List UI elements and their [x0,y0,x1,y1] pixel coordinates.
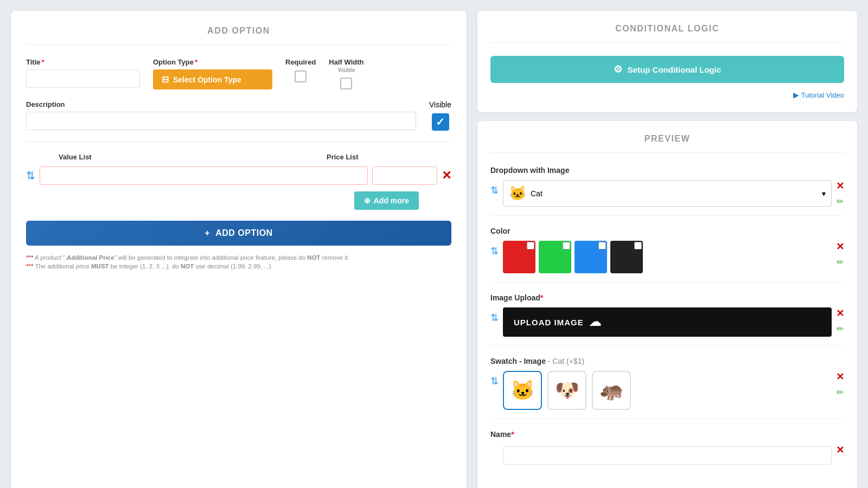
required-group: Required [285,58,316,82]
delete-row-button[interactable]: ✕ [442,170,451,182]
swatch-blue-check [598,242,606,249]
visible-label: Visible [429,100,451,109]
dropdown-selected-value: Cat [531,189,542,198]
name-actions: ✕ [836,444,844,456]
color-swatches [503,241,832,273]
preview-color-section: Color ⇅ [490,227,844,282]
swatch-image-actions: ✕ ✏ [836,371,844,397]
cat-emoji: 🐱 [509,185,526,202]
swatch-image-delete-button[interactable]: ✕ [836,371,844,383]
option-type-icon: ⊟ [162,74,169,85]
swatch-hippo[interactable]: 🦛 [592,371,631,410]
add-option-button[interactable]: + ADD OPTION [26,221,451,246]
required-label: Required [285,58,316,66]
swatch-cat[interactable]: 🐱 [503,371,542,410]
price-input[interactable] [372,166,437,185]
image-upload-delete-button[interactable]: ✕ [836,307,844,319]
panel-title: ADD OPTION [26,26,451,45]
title-group: Title* [26,58,140,88]
value-list-label: Value List [59,153,327,161]
preview-dropdown-section: Dropdown with Image ⇅ 🐱 Cat ▾ ✕ ✏ [490,166,844,216]
required-checkbox[interactable] [295,70,307,82]
title-input[interactable] [26,69,140,88]
gear-icon: ⚙ [614,63,622,75]
half-width-checkbox[interactable] [340,78,352,89]
conditional-logic-card: CONDITIONAL LOGIC ⚙ Setup Conditional Lo… [477,11,857,112]
image-upload-content: UPLOAD IMAGE ☁ [503,307,832,337]
price-list-label: Price List [327,153,413,161]
title-label: Title* [26,58,140,66]
name-input-field[interactable] [503,446,832,465]
color-content [503,241,832,273]
dropdown-section-title: Dropdown with Image [490,166,844,175]
image-upload-preview-row: ⇅ UPLOAD IMAGE ☁ ✕ ✏ [490,307,844,337]
swatch-green-check [563,242,570,249]
divider [26,142,451,142]
value-row: ⇅ ✕ [26,166,451,185]
chevron-down-icon: ▾ [822,189,826,198]
name-section-title: Name* [490,430,844,439]
upload-image-button[interactable]: UPLOAD IMAGE ☁ [503,307,832,337]
color-actions: ✕ ✏ [836,241,844,267]
description-input[interactable] [26,112,416,130]
preview-image-upload-section: Image Upload* ⇅ UPLOAD IMAGE ☁ ✕ ✏ [490,293,844,346]
color-delete-button[interactable]: ✕ [836,241,844,253]
description-row: Description Visible [26,100,451,131]
play-circle-icon: ▶ [793,91,799,99]
add-more-row: ⊕ Add more [26,191,435,210]
image-upload-section-title: Image Upload* [490,293,844,302]
cloud-icon: ☁ [589,315,602,329]
select-option-type-button[interactable]: ⊟ Select Option Type [153,69,272,89]
cond-logic-title: CONDITIONAL LOGIC [490,24,844,43]
swatch-image-content: 🐱 🐶 🦛 [503,371,832,410]
image-upload-edit-button[interactable]: ✏ [837,324,844,334]
swatch-image-sort-icon[interactable]: ⇅ [490,375,499,387]
swatch-subtitle: - Cat (+$1) [548,357,584,365]
tutorial-video-link[interactable]: ▶ Tutorial Video [490,91,844,99]
image-upload-actions: ✕ ✏ [836,307,844,334]
swatch-images: 🐱 🐶 🦛 [503,371,832,410]
color-sort-icon[interactable]: ⇅ [490,245,499,257]
value-price-header: Value List Price List [26,153,451,161]
preview-name-section: Name* ⇅ ✕ [490,430,844,473]
name-preview-row: ⇅ ✕ [490,444,844,465]
dropdown-edit-button[interactable]: ✏ [837,196,844,207]
preview-swatch-image-section: Swatch - Image - Cat (+$1) ⇅ 🐱 🐶 🦛 ✕ ✏ [490,357,844,419]
color-section-title: Color [490,227,844,235]
note-1: *** A product ".Additional Price" will b… [26,254,451,261]
add-option-panel: ADD OPTION Title* Option Type* ⊟ Select … [11,11,467,488]
dropdown-delete-button[interactable]: ✕ [836,180,844,192]
right-panel: CONDITIONAL LOGIC ⚙ Setup Conditional Lo… [477,11,857,488]
plus-circle-icon: ⊕ [364,196,371,205]
form-row-1: Title* Option Type* ⊟ Select Option Type… [26,58,451,89]
note-2: *** The additional price MUST be integer… [26,263,451,269]
value-input[interactable] [40,166,368,185]
plus-icon: + [205,228,210,238]
setup-conditional-logic-button[interactable]: ⚙ Setup Conditional Logic [490,56,844,83]
dropdown-actions: ✕ ✏ [836,180,844,207]
swatch-dog[interactable]: 🐶 [547,371,586,410]
swatch-image-section-title: Swatch - Image - Cat (+$1) [490,357,844,365]
swatch-red[interactable] [503,241,535,273]
image-upload-sort-icon[interactable]: ⇅ [490,312,499,324]
option-type-label: Option Type* [153,58,272,66]
add-more-button[interactable]: ⊕ Add more [354,191,419,210]
half-width-group: Half Width Visible [329,58,363,89]
description-label: Description [26,100,416,108]
color-edit-button[interactable]: ✏ [837,257,844,267]
swatch-green[interactable] [539,241,571,273]
swatch-black[interactable] [610,241,643,273]
dropdown-select[interactable]: 🐱 Cat ▾ [503,180,832,207]
name-delete-button[interactable]: ✕ [836,444,844,456]
dropdown-preview-row: ⇅ 🐱 Cat ▾ ✕ ✏ [490,180,844,207]
dropdown-sort-icon[interactable]: ⇅ [490,184,499,196]
swatch-image-edit-button[interactable]: ✏ [837,387,844,397]
name-content [503,444,832,465]
visible-checkbox[interactable] [432,113,449,131]
swatch-blue[interactable] [575,241,607,273]
sort-handle-icon[interactable]: ⇅ [26,169,35,182]
dropdown-content: 🐱 Cat ▾ [503,180,832,207]
swatch-red-check [527,242,534,249]
preview-card: PREVIEW Dropdown with Image ⇅ 🐱 Cat ▾ [477,121,857,488]
color-preview-row: ⇅ [490,241,844,273]
